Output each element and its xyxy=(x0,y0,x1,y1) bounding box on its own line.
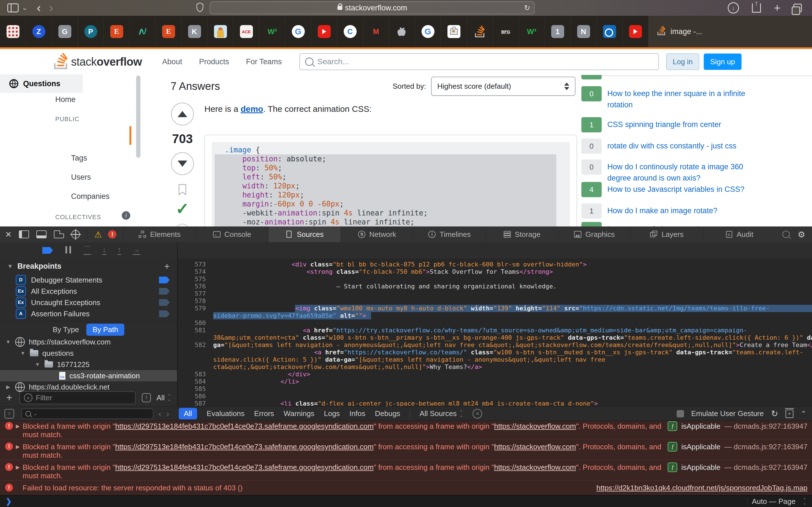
inspector-tab-timelines[interactable]: |_Timelines xyxy=(413,226,486,242)
line-number[interactable]: 580 xyxy=(177,320,206,327)
favorite-tab[interactable]: E xyxy=(104,16,130,47)
favorite-tab[interactable] xyxy=(597,16,622,47)
add-breakpoint-icon[interactable]: + xyxy=(164,262,170,271)
sidebar-item-companies[interactable]: Companies xyxy=(71,192,110,201)
downloads-icon[interactable]: ↓ xyxy=(728,2,739,13)
disclosure-triangle-icon[interactable]: ▶ xyxy=(5,384,11,390)
console-scope-icon[interactable]: ▽ xyxy=(4,409,14,418)
add-filter-icon[interactable]: + xyxy=(6,393,12,403)
console-search-input[interactable]: ⌄ xyxy=(21,408,153,419)
tab-overview-icon[interactable] xyxy=(794,4,802,12)
console-prompt-icon[interactable]: ❯ xyxy=(6,497,12,506)
related-question[interactable]: 0How to keep the inner square in a infin… xyxy=(581,86,804,110)
line-number[interactable]: 586 xyxy=(177,393,206,400)
console-link[interactable]: https://d297513e184feb431c7bc0ef14ce0e73… xyxy=(115,422,373,431)
tree-item[interactable]: <>css3-rotate-animation xyxy=(0,370,177,381)
inspect-element-icon[interactable] xyxy=(71,230,80,238)
related-question[interactable]: 1jQuery rotate() doesn't work xyxy=(581,222,804,226)
warnings-icon[interactable]: ⚠ xyxy=(94,230,102,239)
breakpoint-flag-icon[interactable] xyxy=(159,299,170,306)
reload-icon[interactable]: ↻ xyxy=(524,4,530,12)
console-error-row[interactable]: !▶Blocked a frame with origin "https://d… xyxy=(0,439,812,460)
line-number[interactable]: 579 xyxy=(177,305,206,312)
emulate-user-gesture-checkbox[interactable] xyxy=(677,410,684,417)
related-question-link[interactable]: CSS spinning triangle from center xyxy=(607,119,753,132)
breakpoint-row[interactable]: ExAll Exceptions xyxy=(16,286,170,297)
code-block[interactable]: .image { position: absolute; top: 50%; l… xyxy=(212,142,570,226)
console-error-row[interactable]: !Failed to load resource: the server res… xyxy=(0,480,812,495)
console-error-row[interactable]: !▶Blocked a frame with origin "https://d… xyxy=(0,460,812,481)
share-icon[interactable] xyxy=(752,3,761,13)
filter-input[interactable]: ≡ Filter xyxy=(19,391,136,404)
favorite-tab[interactable]: BFG xyxy=(493,16,519,47)
related-question-link[interactable]: How do I continously rotate a image 360 … xyxy=(607,161,753,184)
favorite-tab[interactable]: P xyxy=(78,16,104,47)
privacy-shield-icon[interactable] xyxy=(196,3,204,13)
info-icon[interactable]: i xyxy=(122,211,130,220)
active-tab[interactable]: image -... xyxy=(649,16,812,47)
favorite-tab[interactable]: N xyxy=(571,16,597,47)
related-question[interactable]: 0How do I continously rotate a image 360… xyxy=(581,159,804,184)
upvote-button[interactable] xyxy=(171,103,194,126)
line-number[interactable]: 585 xyxy=(177,385,206,393)
line-number[interactable]: 576 xyxy=(177,283,206,290)
step-out-icon[interactable]: ↑ xyxy=(117,246,121,255)
favorite-tab[interactable]: G xyxy=(415,16,441,47)
console-filter-all[interactable]: All xyxy=(179,408,197,419)
dock-bottom-icon[interactable] xyxy=(36,230,47,238)
related-question-link[interactable]: rotate div with css constantly - just cs… xyxy=(607,140,753,154)
line-number[interactable]: 577 xyxy=(177,290,206,297)
expand-triangle-icon[interactable]: ▶ xyxy=(16,444,20,450)
inspector-tab-audit[interactable]: ≡Audit xyxy=(703,226,775,242)
close-icon[interactable]: ✕ xyxy=(5,230,11,239)
favorite-tab[interactable]: M xyxy=(363,16,389,47)
tree-item[interactable]: ▼questions xyxy=(0,348,177,359)
favorite-tab[interactable]: Z xyxy=(26,16,52,47)
favorite-tab[interactable]: K xyxy=(182,16,207,47)
related-question[interactable]: 0rotate div with css constantly - just c… xyxy=(581,138,804,154)
line-number[interactable]: 578 xyxy=(177,297,206,305)
console-filter-evaluations[interactable]: Evaluations xyxy=(207,409,245,418)
inspector-tab-layers[interactable]: Layers xyxy=(630,226,703,242)
line-number[interactable]: 575 xyxy=(177,276,206,283)
by-path-toggle[interactable]: By Path xyxy=(86,324,124,336)
find-previous-icon[interactable]: ‹ xyxy=(158,409,161,418)
favorite-tab[interactable] xyxy=(441,16,467,47)
disclosure-triangle-icon[interactable]: ▼ xyxy=(20,350,26,356)
sidebar-item-users[interactable]: Users xyxy=(71,173,91,182)
favorite-tab[interactable]: E xyxy=(156,16,182,47)
step-next-icon[interactable]: → xyxy=(133,246,140,255)
breakpoint-flag-icon[interactable] xyxy=(159,288,170,295)
login-button[interactable]: Log in xyxy=(666,54,699,70)
expand-triangle-icon[interactable]: ▶ xyxy=(16,464,20,470)
disclosure-triangle-icon[interactable]: ▼ xyxy=(35,362,41,368)
breakpoint-row[interactable]: ExUncaught Exceptions xyxy=(16,297,170,308)
console-filter-errors[interactable]: Errors xyxy=(254,409,274,418)
collapse-console-icon[interactable]: ⌃ xyxy=(801,410,806,418)
step-into-icon[interactable]: ↓ xyxy=(102,246,106,255)
breakpoint-row[interactable]: AAssertion Failures xyxy=(16,308,170,320)
expand-triangle-icon[interactable]: ▶ xyxy=(16,423,20,429)
signup-button[interactable]: Sign up xyxy=(704,54,742,70)
sidebar-scrollbar[interactable] xyxy=(136,75,140,158)
line-number[interactable]: 587 xyxy=(177,400,206,406)
related-question-link[interactable]: jQuery rotate() doesn't work xyxy=(607,224,753,226)
related-question[interactable]: 4How to use Javascript variables in CSS? xyxy=(581,182,804,197)
filter-scope-select[interactable]: All ⌃⌄ xyxy=(156,393,171,402)
console-filter-logs[interactable]: Logs xyxy=(324,409,340,418)
favorite-tab[interactable] xyxy=(130,16,156,47)
console-error-row[interactable]: !▶Blocked a frame with origin "https://d… xyxy=(0,420,812,439)
favorite-tab[interactable]: 1 xyxy=(545,16,571,47)
favorite-tab[interactable]: W³ xyxy=(519,16,545,47)
disclosure-triangle-icon[interactable]: ▼ xyxy=(5,339,11,345)
clear-console-icon[interactable]: ✕ xyxy=(785,409,794,418)
tree-item[interactable]: ▼https://stackoverflow.com xyxy=(0,336,177,348)
console-link[interactable]: https://stackoverflow.com xyxy=(494,463,576,471)
console-link[interactable]: https://stackoverflow.com xyxy=(494,443,576,451)
line-number[interactable]: 581 xyxy=(177,327,206,334)
inspector-tab-elements[interactable]: Elements xyxy=(123,226,196,242)
inspector-tab-network[interactable]: ⇅Network xyxy=(341,226,413,242)
favorite-tab[interactable]: C xyxy=(337,16,363,47)
sidebar-toggle-icon[interactable] xyxy=(7,3,18,12)
inspector-tab-storage[interactable]: Storage xyxy=(486,226,558,242)
